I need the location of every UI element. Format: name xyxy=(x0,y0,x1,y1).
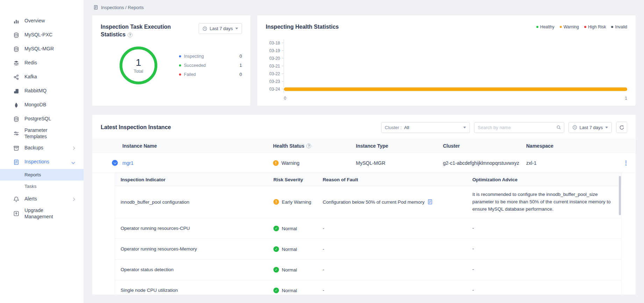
bar-track xyxy=(284,85,627,93)
bar-track xyxy=(284,47,627,55)
sidebar-item-backups[interactable]: Backups xyxy=(0,141,84,155)
sidebar-item-inspections[interactable]: Inspections xyxy=(0,155,84,169)
cluster-name: g2-c1-abcdefghijklmnopqrstuvwxyz xyxy=(443,160,526,166)
health-status: Warning xyxy=(273,160,300,166)
app-root: Overview MySQL-PXC MySQL-MGR Redis Kafka… xyxy=(0,0,644,303)
card-title: Inspection Task Execution Statistics xyxy=(101,23,180,38)
legend-item-succeeded: Succeeded 1 xyxy=(179,63,242,68)
page-content: Inspection Task Execution Statistics Las… xyxy=(84,15,644,303)
detail-row: Operator status detection Normal - - xyxy=(115,259,621,280)
detail-table-header: Inspection Indicator Risk Severity Reaso… xyxy=(115,173,621,186)
search-input[interactable] xyxy=(478,125,554,130)
warning-bar xyxy=(284,87,627,91)
optimization-advice: It is recommended to configure the innod… xyxy=(472,192,610,212)
column-header: Inspection Indicator xyxy=(115,177,268,182)
health-statistics-card: Inspecting Health Statistics Healthy War… xyxy=(257,15,636,106)
chevron-down-icon xyxy=(235,28,238,29)
help-icon[interactable] xyxy=(128,33,133,37)
sidebar-item-mongodb[interactable]: MongoDB xyxy=(0,98,84,112)
sidebar-item-reports[interactable]: Reports xyxy=(0,169,84,181)
clock-icon xyxy=(202,26,207,31)
sidebar-item-upgrade-management[interactable]: Upgrade Management xyxy=(0,206,84,221)
time-filter-dropdown[interactable]: Last 7 days xyxy=(568,122,612,133)
help-icon[interactable] xyxy=(306,143,311,148)
layers-icon xyxy=(13,60,19,66)
severity-label: Normal xyxy=(282,267,297,273)
y-axis-label: 03-23 xyxy=(266,79,282,84)
instance-row: mgr1 Warning MySQL-MGR g2-c1-abcdefghijk… xyxy=(92,153,636,173)
database-icon xyxy=(13,116,19,122)
legend-item-healthy: Healthy xyxy=(536,24,554,29)
section-title: Latest Inspection Instance xyxy=(101,124,171,131)
row-actions-menu[interactable] xyxy=(624,159,628,167)
sidebar-item-parameter-templates[interactable]: Parameter Templates xyxy=(0,126,84,141)
archive-icon xyxy=(13,145,19,151)
chevron-down-icon xyxy=(463,127,466,128)
indicator-name: Single node CPU utilization xyxy=(121,288,178,293)
instance-type: MySQL-MGR xyxy=(356,160,443,166)
chevron-right-icon xyxy=(72,146,75,150)
breadcrumb-path: Inspections / Reports xyxy=(101,5,144,10)
indicator-name: innodb_buffer_pool configuration xyxy=(121,199,189,205)
optimization-advice: - xyxy=(472,287,474,293)
time-filter-value: Last 7 days xyxy=(210,26,233,31)
cluster-filter-dropdown[interactable]: Cluster : All xyxy=(381,122,470,133)
search-box xyxy=(474,122,564,133)
health-chart-rows: 03-1803-1903-2003-2103-2203-2303-24 xyxy=(266,39,627,93)
fault-reason: Configuration below 50% of current Pod m… xyxy=(323,199,424,205)
check-icon xyxy=(273,246,279,252)
instance-name-link[interactable]: mgr1 xyxy=(122,160,134,166)
health-bar-chart: 03-1803-1903-2003-2103-2203-2303-24 0 1 xyxy=(266,39,627,101)
chevron-down-icon xyxy=(605,127,608,128)
risk-severity: Normal xyxy=(273,226,297,231)
sidebar-item-mysql-pxc[interactable]: MySQL-PXC xyxy=(0,28,84,42)
sidebar: Overview MySQL-PXC MySQL-MGR Redis Kafka… xyxy=(0,0,84,303)
y-axis-label: 03-19 xyxy=(266,48,282,53)
indicator-name: Operator status detection xyxy=(121,267,174,272)
instance-table-header: Instance Name Health Status Instance Typ… xyxy=(92,139,636,153)
sidebar-item-tasks[interactable]: Tasks xyxy=(0,181,84,192)
report-doc-icon[interactable] xyxy=(427,199,433,205)
refresh-button[interactable] xyxy=(616,122,627,133)
column-header: Namespace xyxy=(526,143,616,149)
legend-dot xyxy=(179,64,181,66)
legend-dot xyxy=(584,26,586,28)
sidebar-item-redis[interactable]: Redis xyxy=(0,56,84,70)
bar-track xyxy=(284,70,627,78)
clock-icon xyxy=(572,125,577,130)
sidebar-item-overview[interactable]: Overview xyxy=(0,14,84,28)
legend-dot xyxy=(179,73,181,76)
detail-rows: innodb_buffer_pool configuration Early W… xyxy=(115,186,621,295)
health-chart-row: 03-24 xyxy=(266,85,627,93)
detail-row: Operator running resources-CPU Normal - … xyxy=(115,218,621,239)
fault-reason: - xyxy=(323,246,324,252)
severity-label: Early Warning xyxy=(282,199,311,205)
legend-dot xyxy=(611,26,613,28)
search-icon[interactable] xyxy=(556,125,561,130)
health-chart-row: 03-23 xyxy=(266,78,627,85)
column-header: Risk Severity xyxy=(268,177,317,182)
indicator-name: Operator running resources-CPU xyxy=(121,226,190,231)
warning-icon xyxy=(273,199,279,205)
rabbitmq-icon xyxy=(13,88,19,94)
column-header: Reason of Fault xyxy=(317,177,467,182)
collapse-row-button[interactable] xyxy=(112,160,118,166)
sidebar-item-rabbitmq[interactable]: RabbitMQ xyxy=(0,84,84,98)
y-axis-label: 03-20 xyxy=(266,56,282,61)
sidebar-item-kafka[interactable]: Kafka xyxy=(0,70,84,84)
network-icon xyxy=(13,74,19,80)
sidebar-item-mysql-mgr[interactable]: MySQL-MGR xyxy=(0,42,84,56)
scrollbar-thumb[interactable] xyxy=(619,176,621,215)
sidebar-item-postgresql[interactable]: PostgreSQL xyxy=(0,112,84,126)
severity-label: Normal xyxy=(282,288,297,293)
sidebar-item-alerts[interactable]: Alerts xyxy=(0,192,84,206)
bar-track xyxy=(284,39,627,47)
risk-severity: Normal xyxy=(273,288,297,293)
health-chart-row: 03-18 xyxy=(266,39,627,47)
y-axis-label: 03-22 xyxy=(266,71,282,76)
health-chart-row: 03-20 xyxy=(266,55,627,62)
time-filter-dropdown[interactable]: Last 7 days xyxy=(199,23,242,34)
cluster-filter-value: All xyxy=(404,125,409,130)
column-header: Health Status xyxy=(273,143,356,149)
optimization-advice: - xyxy=(472,267,474,272)
